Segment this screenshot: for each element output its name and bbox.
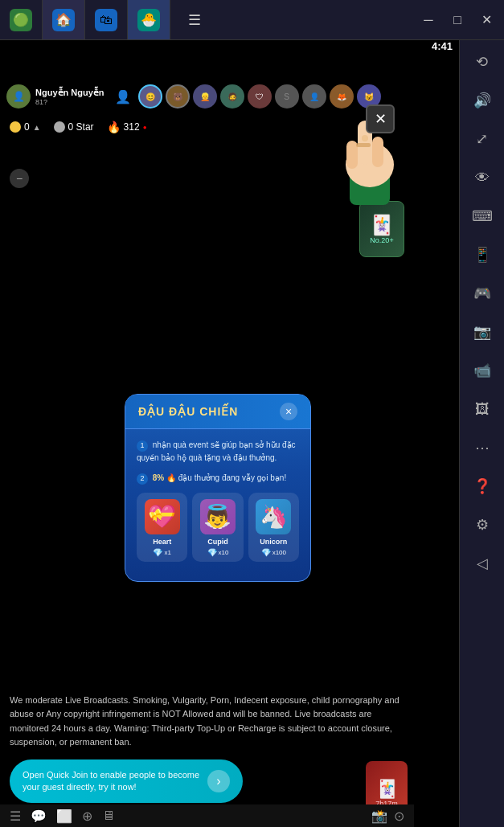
card-number: No.20+	[370, 236, 393, 244]
dialog-num1: 1	[137, 440, 148, 452]
status-bar: 4:41	[395, 40, 459, 52]
flame-dot: ●	[143, 124, 147, 131]
gifts-row: 💝 Heart 💎 x1 👼 Cupid 💎 x10 �	[137, 493, 299, 562]
user-name: Nguyễn Nguyễn	[35, 88, 104, 98]
unicorn-diamond-icon: 💎	[261, 548, 271, 557]
tab-store[interactable]: 🛍	[85, 0, 128, 39]
svg-rect-4	[346, 141, 358, 169]
quick-join-bar[interactable]: Open Quick Join to enable people to beco…	[10, 759, 243, 803]
avatar-4[interactable]: 🧔	[220, 84, 244, 108]
sidebar-more-icon[interactable]: ⋯	[466, 432, 498, 464]
flame-stat: 🔥 312 ●	[107, 121, 147, 133]
minus-button[interactable]: −	[10, 169, 29, 188]
card-image: 🃏	[370, 214, 394, 236]
sidebar-eye-icon[interactable]: 👁	[466, 162, 498, 194]
toolbar-record-icon[interactable]: ⊙	[394, 809, 404, 824]
avatar-3[interactable]: 👱	[193, 84, 217, 108]
up-arrow-icon: ▲	[33, 123, 41, 132]
avatar-2[interactable]: 🐻	[166, 84, 190, 108]
avatar-follow-icon[interactable]: 👤	[111, 84, 135, 108]
dialog-percent: 8%	[153, 473, 164, 482]
moderation-text: We moderate Live Broadcasts. Smoking, Vu…	[10, 695, 400, 747]
sidebar-settings-icon[interactable]: ⚙	[466, 509, 498, 541]
gift-heart[interactable]: 💝 Heart 💎 x1	[137, 493, 187, 562]
flame-count: 312	[124, 121, 140, 133]
dialog-text1: nhận quà event sẽ giúp bạn sở hữu đặc qu…	[137, 440, 296, 462]
tab-app-icon: 🐣	[137, 9, 160, 31]
unicorn-icon-box: 🦄	[256, 499, 291, 534]
toolbar-monitor-icon[interactable]: 🖥	[102, 809, 115, 824]
sidebar-volume-icon[interactable]: 🔊	[466, 84, 498, 117]
sidebar-gallery-icon[interactable]: 🖼	[466, 393, 498, 425]
star-count: 0 Star	[68, 121, 94, 133]
sidebar-back-icon[interactable]: ◁	[466, 547, 498, 579]
avatar-5[interactable]: 🛡	[248, 84, 272, 108]
cupid-count-val: x10	[219, 549, 229, 556]
bottom-card-image: 🃏	[376, 779, 398, 800]
sidebar-expand-icon[interactable]: ⟲	[466, 46, 498, 78]
star-circle-icon	[54, 121, 65, 133]
close-overlay-button[interactable]: ✕	[366, 104, 395, 133]
sidebar-camera-icon[interactable]: 📷	[466, 316, 498, 348]
hamburger-button[interactable]: ☰	[180, 11, 209, 29]
maximize-button[interactable]: □	[446, 9, 469, 31]
sidebar-gamepad-icon[interactable]: 🎮	[466, 277, 498, 309]
close-button[interactable]: ✕	[475, 9, 498, 31]
user-info: Nguyễn Nguyễn 81?	[35, 88, 104, 106]
user-id: 81?	[35, 98, 104, 106]
toolbar-right-icons: 📸 ⊙	[371, 809, 404, 824]
heart-name: Heart	[153, 538, 171, 546]
flame-icon: 🔥	[107, 121, 121, 133]
unicorn-count-val: x100	[272, 549, 286, 556]
svg-point-1	[346, 142, 394, 187]
sidebar-keyboard-icon[interactable]: ⌨	[466, 200, 498, 232]
bottom-card[interactable]: 🃏 7h17m	[366, 761, 408, 811]
toolbar-add-icon[interactable]: ⊕	[82, 809, 92, 824]
toolbar-screen-icon[interactable]: ⬜	[56, 809, 72, 824]
card-overlay[interactable]: 🃏 No.20+	[359, 201, 404, 257]
sidebar-video-icon[interactable]: 📹	[466, 354, 498, 387]
tab-app[interactable]: 🐣	[128, 0, 170, 39]
tab-home-icon: 🏠	[52, 9, 75, 31]
dialog-line2: 2 8% 🔥 đậu thưởng đang vẫy gọi bạn!	[137, 472, 299, 485]
dialog-line1: 1 nhận quà event sẽ giúp bạn sở hữu đặc …	[137, 439, 299, 464]
unicorn-count: 💎 x100	[261, 548, 286, 557]
sidebar-help-icon[interactable]: ❓	[466, 470, 498, 502]
coin-stat: 0 ▲	[10, 121, 41, 133]
time-display: 4:41	[432, 40, 453, 52]
stats-bar: 0 ▲ 0 Star 🔥 312 ●	[0, 114, 414, 140]
cupid-diamond-icon: 💎	[207, 548, 217, 557]
window-controls: ─ □ ✕	[417, 9, 504, 31]
avatar-6[interactable]: S	[275, 84, 299, 108]
avatar-1[interactable]: 😊	[138, 84, 162, 108]
coin-count: 0	[24, 121, 30, 133]
dialog-close-button[interactable]: ×	[280, 403, 297, 420]
tab-home[interactable]: 🏠	[43, 0, 85, 39]
bottom-toolbar: ☰ 💬 ⬜ ⊕ 🖥 📸 ⊙	[0, 804, 414, 827]
unicorn-name: Unicorn	[260, 538, 287, 546]
right-sidebar: ⟲ 🔊 ⤢ 👁 ⌨ 📱 🎮 📷 📹 🖼 ⋯ ❓ ⚙ ◁	[459, 0, 504, 827]
sidebar-phone-icon[interactable]: 📱	[466, 239, 498, 271]
svg-rect-3	[372, 137, 383, 167]
quick-join-text: Open Quick Join to enable people to beco…	[23, 769, 207, 794]
dialog-title: ĐẬU ĐẬU CHIẾN	[138, 405, 238, 418]
tab-store-icon: 🛍	[95, 9, 117, 31]
toolbar-menu-icon[interactable]: ☰	[10, 809, 21, 824]
heart-count-val: x1	[164, 549, 170, 556]
minimize-button[interactable]: ─	[417, 9, 440, 31]
svg-rect-6	[356, 143, 371, 147]
toolbar-screenshot-icon[interactable]: 📸	[371, 809, 387, 824]
avatar-8[interactable]: 🦊	[330, 84, 354, 108]
user-bar: 👤 Nguyễn Nguyễn 81? 👤 😊 🐻 👱 🧔 🛡 S 👤 🦊 😺	[0, 80, 414, 113]
dialog: ĐẬU ĐẬU CHIẾN × 1 nhận quà event sẽ giúp…	[125, 394, 311, 582]
heart-count: 💎 x1	[153, 548, 170, 557]
tab-bluestacks[interactable]: 🟢	[0, 0, 43, 39]
dialog-body: 1 nhận quà event sẽ giúp bạn sở hữu đặc …	[125, 429, 310, 568]
top-bar: 🟢 🏠 🛍 🐣 ☰ ─ □ ✕	[0, 0, 504, 40]
gift-cupid[interactable]: 👼 Cupid 💎 x10	[192, 493, 243, 562]
toolbar-chat-icon[interactable]: 💬	[31, 809, 47, 824]
avatar-7[interactable]: 👤	[302, 84, 326, 108]
cupid-name: Cupid	[207, 538, 228, 546]
gift-unicorn[interactable]: 🦄 Unicorn 💎 x100	[248, 493, 299, 562]
sidebar-fullscreen-icon[interactable]: ⤢	[466, 123, 498, 155]
